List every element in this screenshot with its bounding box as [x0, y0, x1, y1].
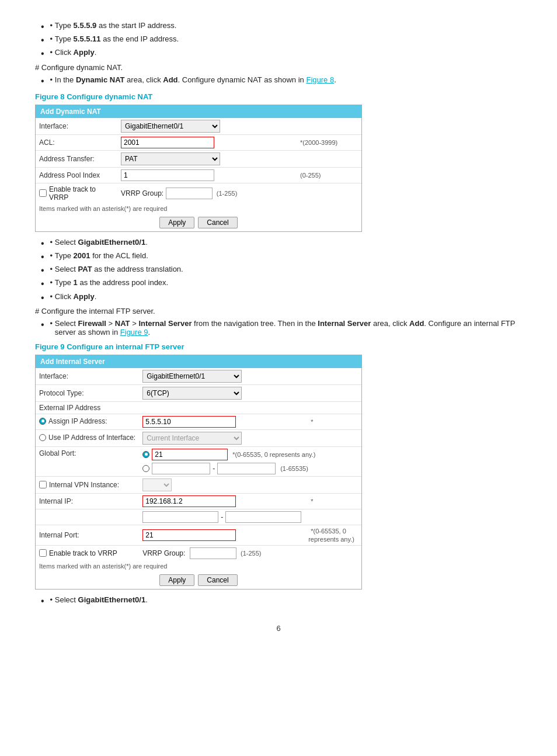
- figure8-form: Add Dynamic NAT Interface: GigabitEthern…: [35, 105, 362, 232]
- figure9-global-port-row: Global Port: *(0-65535, 0 represents any…: [36, 446, 361, 476]
- dynamic-nat-intro-item: • In the Dynamic NAT area, click Add. Co…: [41, 75, 522, 86]
- mid-bullet-1: • Select GigabitEthernet0/1.: [41, 238, 522, 249]
- figure9-vrrp-row: Enable track to VRRP VRRP Group: (1-255): [36, 545, 361, 561]
- figure8-vrrp-group-input[interactable]: [166, 188, 213, 199]
- figure9-global-port-radio1: *(0-65535, 0 represents any.): [142, 449, 358, 460]
- bullet-1: • Type 5.5.5.9 as the start IP address.: [41, 21, 522, 32]
- figure9-btn-row: Apply Cancel: [36, 571, 361, 589]
- figure9-assign-ip-radio-label: Assign IP Address:: [48, 417, 107, 425]
- figure9-global-port-input1[interactable]: [152, 449, 228, 460]
- figure8-required-note: Items marked with an asterisk(*) are req…: [36, 203, 361, 214]
- figure8-apply-btn[interactable]: Apply: [159, 217, 194, 228]
- figure8-acl-hint: *(2000-3999): [300, 139, 337, 146]
- figure9-table: Interface: GigabitEthernet0/1 Protocol T…: [36, 368, 361, 561]
- hash-configure-nat: # Configure dynamic NAT.: [35, 63, 522, 72]
- figure8-acl-row: ACL: *(2000-3999): [36, 134, 361, 150]
- figure8-address-transfer-row: Address Transfer: PAT: [36, 150, 361, 167]
- figure9-interface-select[interactable]: GigabitEthernet0/1: [142, 370, 242, 383]
- figure8-acl-input[interactable]: [121, 137, 214, 148]
- bullet-2: • Type 5.5.5.11 as the end IP address.: [41, 34, 522, 46]
- figure9-assign-ip-radio-option: Assign IP Address:: [39, 417, 135, 425]
- figure9-ext-ip-label: External IP Address: [36, 401, 361, 414]
- figure9-global-port-radio1-btn[interactable]: [142, 451, 149, 458]
- figure9-internal-ip-range: -: [142, 511, 301, 523]
- figure8-vrrp-checkbox-label: Enable track to VRRP: [39, 185, 114, 202]
- figure9-protocol-row: Protocol Type: 6(TCP): [36, 384, 361, 401]
- figure8-title: Figure 8 Configure dynamic NAT: [35, 92, 522, 101]
- mid-bullets: • Select GigabitEthernet0/1. • Type 2001…: [41, 238, 522, 303]
- figure8-btn-row: Apply Cancel: [36, 214, 361, 231]
- figure8-cancel-btn[interactable]: Cancel: [198, 217, 237, 228]
- figure9-vrrp-group-input[interactable]: [190, 547, 236, 559]
- figure8-pool-index-label: Address Pool Index: [36, 167, 117, 183]
- figure9-global-port-radio2-btn[interactable]: [142, 465, 149, 472]
- figure9-use-ip-row: Use IP Address of Interface: Current Int…: [36, 429, 361, 446]
- figure8-interface-value: GigabitEthernet0/1: [117, 118, 294, 135]
- top-bullets: • Type 5.5.5.9 as the start IP address. …: [41, 21, 522, 60]
- figure8-pool-index-input[interactable]: [121, 169, 214, 181]
- figure9-vrrp-group-label: VRRP Group:: [142, 549, 185, 557]
- figure8-interface-select[interactable]: GigabitEthernet0/1: [121, 120, 220, 133]
- mid-bullet-3: • Select PAT as the address translation.: [41, 265, 522, 276]
- figure9-interface-ip-select[interactable]: Current Interface: [142, 432, 242, 445]
- figure9-global-port-input2a[interactable]: [152, 463, 210, 474]
- figure8-pool-index-hint: (0-255): [300, 172, 321, 179]
- figure9-protocol-label: Protocol Type:: [36, 384, 139, 401]
- figure9-internal-port-row: Internal Port: *(0-65535, 0 represents a…: [36, 525, 361, 545]
- figure9-global-port-hint2: (1-65535): [280, 465, 308, 472]
- figure9-vrrp-checkbox[interactable]: [39, 549, 47, 557]
- figure9-apply-btn[interactable]: Apply: [159, 574, 194, 586]
- figure9-header: Add Internal Server: [36, 355, 361, 368]
- figure9-vpn-checkbox[interactable]: [39, 481, 47, 488]
- figure9-internal-ip-row: Internal IP: *: [36, 493, 361, 509]
- figure9-internal-ip-input[interactable]: [142, 495, 236, 507]
- ftp-intro-list: • Select Firewall > NAT > Internal Serve…: [41, 319, 522, 337]
- figure8-vrrp-group-label: VRRP Group:: [121, 189, 163, 197]
- figure9-global-port-input2b[interactable]: [217, 463, 276, 474]
- figure9-global-port-label: Global Port:: [36, 446, 139, 476]
- figure8-address-transfer-label: Address Transfer:: [36, 150, 117, 167]
- figure9-vpn-checkbox-label: Internal VPN Instance:: [39, 481, 135, 489]
- figure8-vrrp-row: Enable track to VRRP VRRP Group: (1-255): [36, 183, 361, 203]
- figure9-link[interactable]: Figure 9: [120, 328, 148, 337]
- figure8-address-transfer-select[interactable]: PAT: [121, 152, 220, 165]
- figure9-cancel-btn[interactable]: Cancel: [198, 574, 237, 586]
- dynamic-nat-intro-list: • In the Dynamic NAT area, click Add. Co…: [41, 75, 522, 86]
- figure8-table: Interface: GigabitEthernet0/1 ACL: *(200…: [36, 118, 361, 203]
- figure9-use-ip-label: Use IP Address of Interface:: [48, 434, 135, 442]
- figure9-internal-ip-range-input1[interactable]: [142, 511, 218, 523]
- figure8-link[interactable]: Figure 8: [306, 75, 334, 84]
- ftp-intro-item: • Select Firewall > NAT > Internal Serve…: [41, 319, 522, 337]
- hash-ftp: # Configure the internal FTP server.: [35, 307, 522, 315]
- mid-bullet-4: • Type 1 as the address pool index.: [41, 278, 522, 289]
- figure9-use-ip-radio[interactable]: [39, 434, 46, 441]
- mid-bullet-5: • Click Apply.: [41, 292, 522, 303]
- figure8-vrrp-group-hint: (1-255): [217, 190, 237, 197]
- figure9-protocol-select[interactable]: 6(TCP): [142, 387, 242, 400]
- figure9-internal-ip-hint: *: [311, 498, 313, 505]
- figure9-use-ip-radio-option: Use IP Address of Interface:: [39, 434, 135, 442]
- figure8-interface-row: Interface: GigabitEthernet0/1: [36, 118, 361, 135]
- figure9-vrrp-group-hint: (1-255): [241, 550, 261, 557]
- figure9-required-note: Items marked with an asterisk(*) are req…: [36, 561, 361, 571]
- figure9-internal-ip-label: Internal IP:: [36, 493, 139, 509]
- figure9-interface-label: Interface:: [36, 368, 139, 385]
- figure9-vrrp-checkbox-label: Enable track to VRRP: [39, 549, 135, 557]
- figure9-form: Add Internal Server Interface: GigabitEt…: [35, 355, 362, 589]
- figure9-internal-port-input[interactable]: [142, 529, 236, 541]
- figure9-ext-ip-section: External IP Address: [36, 401, 361, 414]
- figure9-assign-ip-input[interactable]: [142, 416, 236, 428]
- figure9-assign-ip-radio[interactable]: [39, 418, 46, 425]
- bottom-bullets: • Select GigabitEthernet0/1.: [41, 595, 522, 606]
- figure8-header: Add Dynamic NAT: [36, 105, 361, 118]
- figure8-vrrp-checkbox[interactable]: [39, 189, 47, 197]
- figure9-internal-ip-range-input2[interactable]: [225, 511, 301, 523]
- figure9-internal-ip-range-row: -: [36, 509, 361, 525]
- figure9-title: Figure 9 Configure an internal FTP serve…: [35, 342, 522, 351]
- figure8-interface-label: Interface:: [36, 118, 117, 135]
- mid-bullet-2: • Type 2001 for the ACL field.: [41, 251, 522, 262]
- bottom-bullet-1: • Select GigabitEthernet0/1.: [41, 595, 522, 606]
- figure9-vpn-row: Internal VPN Instance:: [36, 476, 361, 493]
- figure9-global-port-hint1: *(0-65535, 0 represents any.): [232, 451, 315, 458]
- figure9-vpn-select[interactable]: [142, 478, 172, 491]
